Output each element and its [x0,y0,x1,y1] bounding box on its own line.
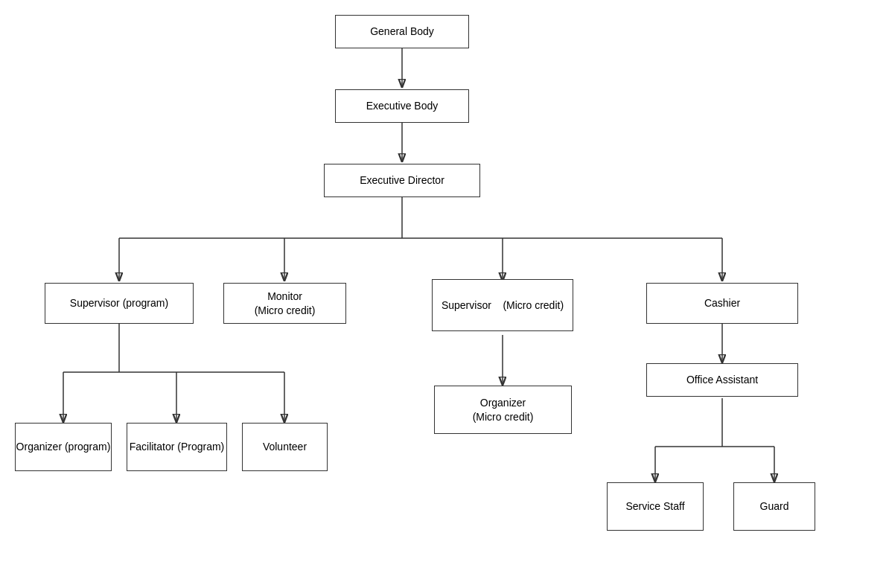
node-office-assistant: Office Assistant [646,363,798,397]
node-executive-director: Executive Director [324,164,480,197]
org-chart: General Body Executive Body Executive Di… [0,0,886,588]
node-guard: Guard [733,482,815,531]
node-monitor-micro: Monitor(Micro credit) [223,283,346,324]
node-volunteer: Volunteer [242,423,328,471]
node-executive-body: Executive Body [335,89,469,123]
node-service-staff: Service Staff [607,482,704,531]
node-supervisor-micro: Supervisor (Micro credit) [432,279,573,331]
node-facilitator-program: Facilitator (Program) [127,423,227,471]
node-general-body: General Body [335,15,469,48]
node-organizer-program: Organizer (program) [15,423,112,471]
node-cashier: Cashier [646,283,798,324]
node-supervisor-program: Supervisor (program) [45,283,194,324]
node-organizer-micro: Organizer(Micro credit) [434,386,572,434]
